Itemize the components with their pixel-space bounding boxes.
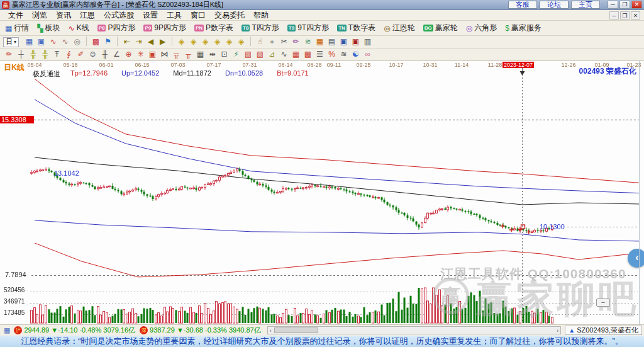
child-minimize-button[interactable]: ─ — [609, 11, 619, 20]
infinity-icon[interactable]: ∞ — [362, 49, 374, 60]
annotate-icon[interactable]: ✏ — [290, 37, 302, 47]
window-layout-icon[interactable]: ▦ — [23, 37, 35, 47]
draw-tbar-icon[interactable]: Ŧ — [51, 49, 63, 60]
toolbar-button-9t-square[interactable]: T99T四方形 — [286, 22, 330, 34]
date-tick[interactable]: 06-01 — [99, 62, 113, 68]
wave-chart-icon[interactable]: ∿ — [47, 37, 59, 47]
menu-item-设置[interactable]: 设置 — [138, 9, 162, 21]
draw-circle-cross-icon[interactable]: ⊕ — [123, 49, 135, 60]
date-tick[interactable]: 07-03 — [170, 62, 185, 68]
menu-item-工具[interactable]: 工具 — [162, 9, 186, 21]
date-tick[interactable]: 08-28 — [307, 62, 321, 68]
draw-grid3-icon[interactable]: ▩ — [302, 49, 314, 60]
scroll-left-arrow-icon[interactable]: ‹ — [270, 327, 272, 334]
toolbar-button-winner-wheel[interactable]: BG赢家轮 — [422, 22, 459, 34]
indicator-name[interactable]: 极反通道 — [33, 69, 60, 79]
draw-grid-icon[interactable]: ┼ — [15, 49, 27, 60]
print-icon[interactable]: ▥ — [362, 37, 374, 47]
draw-gann-grid2-icon[interactable]: ╬ — [39, 49, 51, 60]
toolbar-button-t-table[interactable]: TNT数字表 — [336, 22, 377, 34]
toolbar-button-kline[interactable]: ∿K线 — [67, 22, 91, 34]
prev-bar-icon[interactable]: ◀ — [145, 37, 157, 47]
date-tick[interactable]: 12-26 — [561, 62, 575, 68]
date-tick[interactable]: 09-25 — [356, 62, 370, 68]
draw-gann-grid1-icon[interactable]: ╬ — [27, 49, 39, 60]
save-image-icon[interactable]: ▣ — [350, 37, 362, 47]
draw-rays-icon[interactable]: ⚡ — [230, 49, 242, 60]
draw-star-icon[interactable]: ✳ — [135, 49, 147, 60]
child-close-button[interactable]: ✕ — [631, 11, 640, 20]
date-tick[interactable]: 06-15 — [135, 62, 149, 68]
save-layout-icon[interactable]: ▣ — [338, 37, 350, 47]
calculator-icon[interactable]: ▤ — [326, 37, 338, 47]
draw-frame-icon[interactable]: ⊡ — [218, 49, 230, 60]
menu-item-窗口[interactable]: 窗口 — [186, 9, 210, 21]
draw-hatch2-icon[interactable]: ▧ — [254, 49, 266, 60]
last-bar-icon[interactable]: ⇥ — [133, 37, 145, 47]
menu-item-文件[interactable]: 文件 — [4, 9, 28, 21]
gann-diamond-4-icon[interactable]: ◈ — [211, 37, 223, 47]
wave-overlay-icon[interactable]: ∿ — [59, 37, 71, 47]
minimize-button[interactable]: ─ — [608, 1, 618, 9]
draw-wedge-icon[interactable]: ⊿ — [266, 49, 278, 60]
draw-spiral-icon[interactable]: ∮ — [63, 49, 75, 60]
forum-button[interactable]: 论坛 — [540, 1, 569, 9]
draw-protractor-icon[interactable]: ⊜ — [87, 49, 99, 60]
draw-wave-icon[interactable]: ∿ — [278, 49, 290, 60]
trend-lines-icon[interactable]: ≋ — [302, 37, 314, 47]
date-tick[interactable]: 07-17 — [206, 62, 221, 68]
date-tick[interactable]: 05-18 — [63, 62, 77, 68]
info-panel-icon[interactable]: ▣ — [35, 37, 47, 47]
horizontal-scrollbar[interactable]: ‹ › — [267, 326, 562, 334]
toolbar-button-9p-square[interactable]: P99P四方形 — [142, 22, 187, 34]
color-band-icon[interactable]: ⚑ — [102, 37, 114, 47]
date-tick[interactable]: 10-31 — [423, 62, 437, 68]
toolbar-button-sectors[interactable]: ▚板块 — [36, 22, 61, 34]
hand-tool-icon[interactable]: ☝ — [254, 37, 266, 47]
toolbar-button-hexagon[interactable]: ◎六角形 — [465, 22, 498, 34]
draw-tower2-icon[interactable]: ╥ — [182, 49, 194, 60]
close-button[interactable]: ✕ — [631, 1, 642, 9]
next-bar-icon[interactable]: ▶ — [157, 37, 169, 47]
maximize-button[interactable]: ❐ — [619, 1, 630, 9]
gann-diamond-5-icon[interactable]: ◈ — [223, 37, 235, 47]
draw-pen-icon[interactable]: ✏ — [3, 49, 15, 60]
draw-rails-icon[interactable]: ╫ — [99, 49, 111, 60]
gann-diamond-2-icon[interactable]: ◈ — [187, 37, 199, 47]
draw-bowtie-icon[interactable]: ⋈ — [158, 49, 170, 60]
draw-net-icon[interactable]: ▦ — [194, 49, 206, 60]
region-frame-icon[interactable]: ▩ — [90, 37, 102, 47]
toolbar-button-quotes[interactable]: ▦行情 — [4, 22, 30, 34]
scrollbar-thumb[interactable] — [274, 327, 318, 333]
menu-item-浏览[interactable]: 浏览 — [28, 9, 52, 21]
gann-diamond-1-icon[interactable]: ◈ — [175, 37, 187, 47]
date-tick[interactable]: 10-17 — [389, 62, 403, 68]
current-symbol-box[interactable]: ▲ SZ002493,荣盛石化 — [565, 326, 642, 335]
draw-grid2-icon[interactable]: ▦ — [290, 49, 302, 60]
toolbar-button-gann-wheel[interactable]: ◎江恩轮 — [382, 22, 416, 34]
gann-diamond-6-icon[interactable]: ◈ — [235, 37, 247, 47]
toolbar-button-p-table[interactable]: PNP数字表 — [193, 22, 235, 34]
menu-item-交易委托[interactable]: 交易委托 — [210, 9, 249, 21]
date-tick[interactable]: 11-28 — [488, 62, 502, 68]
calendar-icon[interactable]: ▦ — [314, 37, 326, 47]
scroll-right-arrow-icon[interactable]: › — [557, 327, 558, 334]
taiji-icon[interactable]: ☯ — [350, 49, 362, 60]
menu-item-公式选股[interactable]: 公式选股 — [99, 9, 138, 21]
toolbar-button-p-square[interactable]: P8P四方形 — [96, 22, 137, 34]
customer-service-button[interactable]: 客服 — [508, 1, 537, 9]
first-bar-icon[interactable]: ⇤ — [121, 37, 133, 47]
toolbar-button-winner-service[interactable]: $赢家服务 — [504, 22, 543, 34]
collapse-panel-button[interactable]: ‹ — [628, 249, 644, 268]
shenzhen-market-icon[interactable]: 深 — [140, 326, 148, 334]
draw-span-icon[interactable]: ⇹ — [206, 49, 218, 60]
draw-lines-icon[interactable]: ☰ — [314, 49, 326, 60]
period-dropdown[interactable]: 日 ▾ — [3, 37, 19, 47]
draw-angle-icon[interactable]: ∠ — [111, 49, 123, 60]
date-tick[interactable]: 09-11 — [327, 62, 341, 68]
draw-fan-icon[interactable]: ≋ — [338, 49, 350, 60]
zoom-out-button[interactable]: − — [596, 299, 610, 307]
date-tick[interactable]: 07-31 — [242, 62, 257, 68]
gann-diamond-3-icon[interactable]: ◈ — [199, 37, 211, 47]
draw-box-icon[interactable]: ▣ — [147, 49, 158, 60]
